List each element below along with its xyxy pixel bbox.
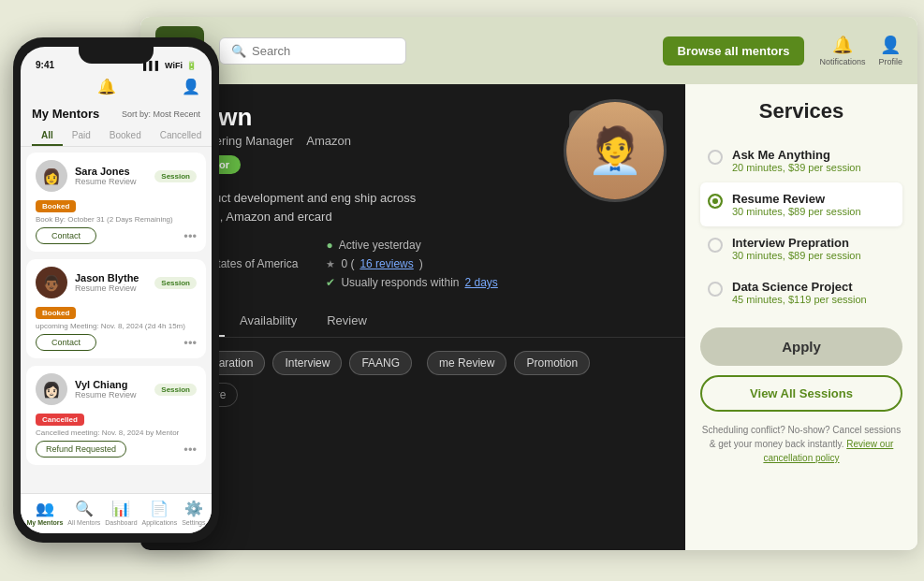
nav-applications[interactable]: 📄 Applications <box>142 500 178 526</box>
settings-nav-icon: ⚙️ <box>184 500 203 517</box>
services-panel: Services Ask Me Anything 20 minutes, $39… <box>685 84 917 550</box>
phone-profile-icon[interactable]: 👤 <box>182 78 200 95</box>
nav-settings[interactable]: ⚙️ Settings <box>182 500 205 526</box>
service-option-datascience[interactable]: Data Science Project 45 minutes, $119 pe… <box>700 270 902 314</box>
mentor-name-jason: Jason Blythe <box>75 272 147 283</box>
mentor-avatar-jason: 👨🏾 <box>36 267 67 298</box>
mentor-avatar: 🧑‍💼 <box>564 99 667 202</box>
more-options-jason[interactable]: ••• <box>183 336 197 350</box>
contact-button-sara[interactable]: Contact <box>36 227 96 244</box>
active-icon: ● <box>326 239 332 252</box>
wifi-icon: WiFi <box>165 61 183 70</box>
my-mentors-nav-icon: 👥 <box>36 500 54 517</box>
item-actions-jason: Contact ••• <box>36 334 197 351</box>
profile-icon: 👤 <box>880 35 901 55</box>
search-icon: 🔍 <box>231 44 246 58</box>
item-actions-vyl: Refund Requested ••• <box>36 441 197 458</box>
skill-tag: Promotion <box>514 351 590 375</box>
filter-tab-all[interactable]: All <box>32 126 63 146</box>
search-bar[interactable]: 🔍 <box>219 37 406 65</box>
service-info-resume: Resume Review 30 minutes, $89 per sessio… <box>732 192 861 217</box>
app-header: ⛰️ O'Mentors 🔍 Browse all mentors 🔔 Noti… <box>140 17 917 84</box>
view-sessions-button[interactable]: View All Sessions <box>700 375 902 412</box>
mentor-item-top-jason: 👨🏾 Jason Blythe Resume Review Session <box>36 267 197 298</box>
more-options-sara[interactable]: ••• <box>183 229 197 243</box>
mentor-type-jason: Resume Review <box>75 283 147 293</box>
radio-ask <box>708 150 723 165</box>
session-badge-jason: Session <box>154 277 197 289</box>
service-option-ask[interactable]: Ask Me Anything 20 minutes, $39 per sess… <box>700 138 902 182</box>
nav-all-mentors[interactable]: 🔍 All Mentors <box>67 500 100 526</box>
service-detail-resume: 30 minutes, $89 per session <box>732 206 861 217</box>
service-name-resume: Resume Review <box>732 192 861 206</box>
activity-info: ● Active yesterday <box>326 239 497 252</box>
profile-tabs: About Availability Review <box>140 306 685 338</box>
services-title: Services <box>700 99 902 123</box>
item-actions-sara: Contact ••• <box>36 227 197 244</box>
profile-label: Profile <box>878 57 902 66</box>
mentor-item-sara: 👩 Sara Jones Resume Review Session Booke… <box>26 153 206 252</box>
app-body: l Brown or Engineering Manager Amazon To… <box>140 84 917 550</box>
my-mentors-header: My Mentors Sort by: Most Recent <box>21 103 212 126</box>
session-badge-sara: Session <box>154 170 197 182</box>
radio-resume <box>708 194 723 209</box>
applications-nav-icon: 📄 <box>150 500 169 517</box>
browse-all-mentors-button[interactable]: Browse all mentors <box>663 36 805 65</box>
service-name-interview: Interview Prepration <box>732 236 861 250</box>
mentor-name-vyl: Vyl Chiang <box>75 379 147 390</box>
tab-review[interactable]: Review <box>312 306 382 337</box>
notifications-label: Notifications <box>819 57 865 66</box>
avatar-image: 🧑‍💼 <box>566 102 664 199</box>
profile-button[interactable]: 👤 Profile <box>878 35 902 66</box>
phone-frame: 9:41 ▌▌▌ WiFi 🔋 🔔 👤 My Mentors S <box>13 37 219 543</box>
desktop-app: ⛰️ O'Mentors 🔍 Browse all mentors 🔔 Noti… <box>140 17 917 550</box>
mentor-item-top-vyl: 👩🏻 Vyl Chiang Resume Review Session <box>36 373 197 405</box>
dashboard-nav-label: Dashboard <box>105 519 137 526</box>
reviews-link[interactable]: 16 reviews <box>359 257 413 270</box>
filter-tab-cancelled[interactable]: Cancelled <box>151 126 211 146</box>
book-info-jason: upcoming Meeting: Nov. 8, 2024 (2d 4h 15… <box>36 322 197 330</box>
apply-button[interactable]: Apply <box>700 327 902 366</box>
notifications-button[interactable]: 🔔 Notifications <box>819 35 865 66</box>
nav-my-mentors[interactable]: 👥 My Mentors <box>26 500 63 526</box>
filter-tab-paid[interactable]: Paid <box>63 126 100 146</box>
service-option-resume[interactable]: Resume Review 30 minutes, $89 per sessio… <box>700 182 902 226</box>
phone-wrapper: 9:41 ▌▌▌ WiFi 🔋 🔔 👤 My Mentors S <box>13 37 219 543</box>
service-option-interview[interactable]: Interview Prepration 30 minutes, $89 per… <box>700 226 902 270</box>
filter-tabs: All Paid Booked Cancelled <box>21 126 212 147</box>
radio-datascience <box>708 282 723 297</box>
bell-icon: 🔔 <box>832 35 853 55</box>
contact-button-jason[interactable]: Contact <box>36 334 96 351</box>
tab-availability[interactable]: Availability <box>225 306 312 337</box>
search-input[interactable] <box>252 44 394 58</box>
service-name-datascience: Data Science Project <box>732 280 867 294</box>
cancel-policy-text: Scheduling conflict? No-show? Cancel ses… <box>700 423 902 465</box>
status-badge-sara: Booked <box>36 200 76 212</box>
filter-tab-booked[interactable]: Booked <box>100 126 151 146</box>
all-mentors-nav-icon: 🔍 <box>75 500 94 517</box>
service-info-interview: Interview Prepration 30 minutes, $89 per… <box>732 236 861 261</box>
my-mentors-title: My Mentors <box>32 107 99 121</box>
book-info-sara: Book By: October 31 (2 Days Remaining) <box>36 215 197 224</box>
phone-bell-icon[interactable]: 🔔 <box>97 78 116 95</box>
status-badge-jason: Booked <box>36 307 76 319</box>
applications-nav-label: Applications <box>142 519 178 526</box>
sort-button[interactable]: Sort by: Most Recent <box>122 109 200 119</box>
profile-meta: 📍 nited States of America ● Active yeste… <box>140 225 685 302</box>
my-mentors-nav-label: My Mentors <box>26 519 63 526</box>
refund-button-vyl[interactable]: Refund Requested <box>36 441 126 458</box>
service-info-datascience: Data Science Project 45 minutes, $119 pe… <box>732 280 867 305</box>
service-info-ask: Ask Me Anything 20 minutes, $39 per sess… <box>732 148 861 173</box>
phone-time: 9:41 <box>36 60 54 70</box>
mentor-avatar-sara: 👩 <box>36 160 67 192</box>
skill-tag: Interview <box>272 351 342 375</box>
nav-dashboard[interactable]: 📊 Dashboard <box>105 500 137 526</box>
settings-nav-label: Settings <box>182 519 205 526</box>
more-options-vyl[interactable]: ••• <box>183 443 197 457</box>
status-icons: ▌▌▌ WiFi 🔋 <box>143 61 197 70</box>
mentor-item-top-sara: 👩 Sara Jones Resume Review Session <box>36 160 197 192</box>
session-badge-vyl: Session <box>154 384 197 396</box>
phone-screen: 9:41 ▌▌▌ WiFi 🔋 🔔 👤 My Mentors S <box>21 47 212 533</box>
dashboard-nav-icon: 📊 <box>111 500 130 517</box>
phone-notch <box>79 47 154 64</box>
